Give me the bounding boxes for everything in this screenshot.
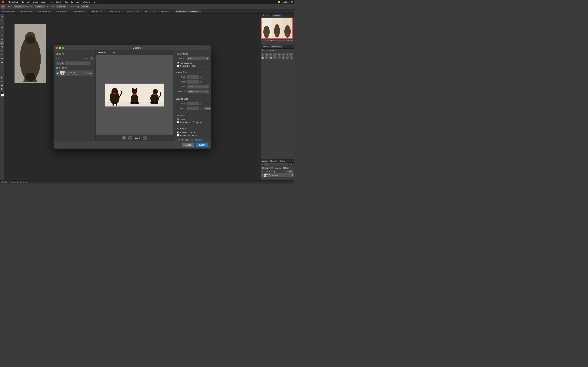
zoom-out-button[interactable]: − — [128, 136, 132, 140]
brightness-contrast-icon[interactable]: ☀ — [261, 53, 264, 56]
menu-select[interactable]: Select — [55, 1, 61, 3]
fit-to-screen-button[interactable]: ⊡ — [122, 136, 126, 140]
remove-size-button[interactable]: − — [91, 62, 93, 65]
convert-srgb-checkbox[interactable] — [177, 131, 179, 133]
navigator-tab[interactable]: Navigator — [272, 14, 282, 17]
tool-pen[interactable]: ✒ — [0, 68, 4, 72]
reset-button[interactable]: Reset — [204, 107, 211, 110]
export-options-link[interactable]: export options. — [191, 139, 202, 141]
canvas-width-input[interactable]: 820 — [187, 101, 199, 105]
hue-sat-icon[interactable]: ⬡ — [282, 53, 285, 56]
image-width-input[interactable]: 820 — [187, 75, 199, 79]
tool-eraser[interactable]: ◻ — [0, 53, 4, 56]
channels-tab[interactable]: Channels — [269, 159, 279, 163]
metadata-copyright-radio[interactable] — [177, 121, 179, 123]
menu-image[interactable]: Image — [33, 1, 38, 3]
selective-color-icon[interactable]: ◎ — [290, 56, 293, 59]
tool-lasso[interactable]: ⌾ — [0, 22, 4, 25]
flow-select[interactable]: 100% — [55, 5, 66, 8]
layer-visibility-icon[interactable]: 👁 — [261, 174, 263, 176]
menu-view[interactable]: View — [76, 1, 80, 3]
adjustments-tab[interactable]: Adjustments — [270, 45, 283, 48]
menu-window[interactable]: Window — [83, 1, 90, 3]
tab-img9268[interactable]: IMG_9268-2✕ — [159, 9, 174, 14]
bw-icon[interactable]: ◧ — [290, 53, 293, 56]
vibrance-icon[interactable]: ◈ — [277, 53, 281, 56]
tool-heal[interactable]: ⊕ — [0, 37, 4, 41]
layer-fill-input[interactable] — [287, 170, 293, 173]
libraries-tab[interactable]: Libraries — [260, 45, 270, 48]
smaller-file-checkbox[interactable] — [177, 65, 179, 67]
tab-img9273[interactable]: IMG_9273.CR2✕ — [0, 9, 18, 14]
tab-img9280[interactable]: IMG_9280.CR2✕ — [36, 9, 54, 14]
select-all-checkbox[interactable] — [56, 67, 58, 69]
levels-icon[interactable]: ▤ — [265, 53, 268, 56]
layer-opacity-input[interactable] — [283, 167, 289, 169]
tool-blur[interactable]: 💧 — [0, 60, 4, 64]
lock-pixel-icon[interactable]: ▦ — [266, 171, 268, 173]
photo-filter-icon[interactable]: ⬤ — [261, 56, 264, 59]
lock-all-icon[interactable]: 🔒 — [274, 171, 276, 173]
tool-crop[interactable]: ⌗ — [0, 30, 4, 33]
tab-img9311[interactable]: IMG_9311.CR2✕ — [90, 9, 107, 14]
tool-gradient[interactable]: ▦ — [0, 57, 4, 60]
dialog-minimize-button[interactable] — [59, 47, 61, 49]
tool-zoom[interactable]: 🔍 — [0, 87, 4, 91]
apple-menu[interactable]: 🍎 — [1, 0, 4, 3]
lock-position-icon[interactable]: ✚ — [269, 171, 270, 173]
posterize-icon[interactable]: ▲ — [277, 56, 281, 59]
layer-blend-mode-select[interactable]: Normal — [261, 167, 274, 169]
resample-select[interactable]: Bicubic Aut... — [187, 90, 209, 93]
tool-hand[interactable]: ✋ — [0, 83, 4, 87]
brush-tool-icon[interactable]: ✏ — [1, 5, 5, 8]
status-arrow[interactable]: › — [30, 181, 30, 183]
menu-filter[interactable]: Filter — [64, 1, 68, 3]
gradient-map-icon[interactable]: ▁ — [285, 56, 289, 59]
layers-tab[interactable]: Layers — [260, 159, 269, 163]
add-size-button[interactable]: + — [90, 57, 93, 60]
exposure-icon[interactable]: ◑ — [273, 53, 277, 56]
tab-img9286[interactable]: IMG_9286.CR2✕ — [54, 9, 72, 14]
menu-type[interactable]: Type — [49, 1, 53, 3]
tab-2up[interactable]: 2-Up — [109, 50, 119, 55]
tool-select-rect[interactable]: ▭ — [0, 18, 4, 22]
dialog-maximize-button[interactable] — [62, 47, 64, 49]
tool-brush[interactable]: 🖌 — [0, 41, 4, 45]
suffix-input[interactable] — [65, 61, 90, 65]
mode-select[interactable]: Normal — [13, 5, 25, 8]
tab-img9306[interactable]: IMG_9306.CR2✕ — [72, 9, 90, 14]
tool-history-brush[interactable]: ↩ — [0, 49, 4, 52]
opacity-select[interactable]: 100% — [35, 5, 45, 8]
scale-value-select[interactable]: 100% — [187, 85, 209, 89]
canvas-height-input[interactable]: 312 — [187, 106, 199, 110]
format-select[interactable]: PNG JPEG GIF SVG WebP — [187, 57, 209, 60]
lock-artboard-icon[interactable]: ⊞ — [271, 171, 273, 173]
menu-3d[interactable]: 3D — [71, 1, 73, 3]
threshold-icon[interactable]: ◼ — [282, 56, 285, 59]
embed-profile-checkbox[interactable] — [177, 134, 179, 136]
tool-path-select[interactable]: ▶ — [0, 76, 4, 79]
curves-icon[interactable]: ∿ — [269, 53, 272, 56]
zoom-in-button[interactable]: + — [143, 136, 147, 140]
dialog-close-button[interactable] — [56, 47, 58, 49]
paths-tab[interactable]: Paths — [279, 159, 286, 163]
histogram-tab[interactable]: Histogram — [260, 14, 272, 17]
tool-eyedropper[interactable]: ✒ — [0, 33, 4, 37]
background-color[interactable] — [1, 94, 4, 96]
tool-type[interactable]: T — [0, 72, 4, 75]
transparency-checkbox[interactable] — [177, 62, 179, 64]
tab-untitled4[interactable]: Untitled-4 @ 261% (RGB/8*)✕ — [174, 9, 202, 14]
color-balance-icon[interactable]: ⊞ — [285, 53, 289, 56]
tab-img9160[interactable]: IMG_9160.CR2✕ — [125, 9, 143, 14]
tool-magic-wand[interactable]: ✦ — [0, 26, 4, 29]
tool-move[interactable]: ↖ — [0, 14, 4, 18]
tool-clone[interactable]: ⊘ — [0, 45, 4, 49]
channel-mixer-icon[interactable]: ⊟ — [265, 56, 268, 59]
tool-dodge[interactable]: ○ — [0, 64, 4, 68]
smoothing-select[interactable]: 0% — [81, 5, 89, 8]
tab-img9134[interactable]: IMG_9134.CR2✕ — [108, 9, 125, 14]
color-lookup-icon[interactable]: ▦ — [269, 56, 272, 59]
metadata-none-radio[interactable] — [177, 118, 179, 120]
invert-icon[interactable]: ⊘ — [273, 56, 277, 59]
canvas-area[interactable]: Export As Scale All Size: Suffix: + — [4, 14, 260, 180]
